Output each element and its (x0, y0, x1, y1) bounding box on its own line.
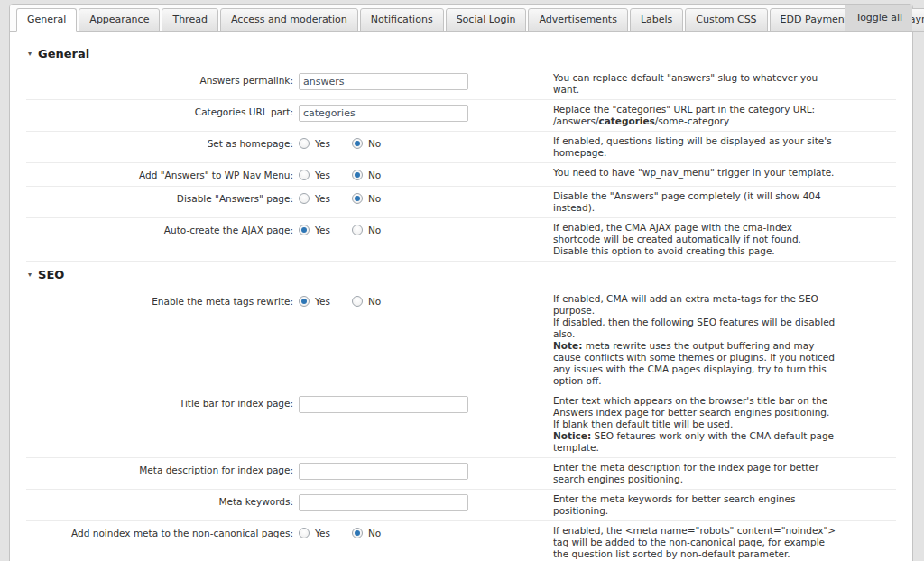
field-label: Set as homepage: (26, 135, 299, 150)
radio-icon[interactable] (299, 193, 310, 204)
radio-option-no[interactable]: No (352, 526, 381, 538)
radio-label: No (368, 296, 381, 307)
settings-row: Add noindex meta to the non-canonical pa… (26, 521, 896, 561)
settings-row: Set as homepage:YesNoIf enabled, questio… (26, 132, 896, 163)
collapse-arrow-icon: ▾ (28, 271, 32, 279)
meta-keywords-input[interactable] (299, 494, 468, 511)
field-control (299, 395, 553, 413)
tab-appearance[interactable]: Appearance (79, 8, 160, 32)
settings-row: Meta description for index page:Enter th… (26, 458, 896, 490)
tab-advertisements[interactable]: Advertisements (528, 8, 627, 32)
radio-icon[interactable] (352, 193, 363, 204)
description-text: If enabled, the <meta name="robots" cont… (553, 525, 836, 559)
radio-label: Yes (315, 296, 330, 307)
radio-icon[interactable] (299, 296, 310, 307)
description-text: categories (598, 115, 654, 126)
meta-description-for-index-page-input[interactable] (299, 463, 468, 480)
tab-labels[interactable]: Labels (630, 8, 683, 32)
field-label: Add noindex meta to the non-canonical pa… (26, 525, 299, 539)
field-control (299, 493, 553, 511)
collapse-arrow-icon: ▾ (28, 50, 32, 58)
description-text: Replace the "categories" URL part in the… (553, 104, 815, 115)
settings-row: Meta keywords:Enter the meta keywords fo… (26, 490, 896, 521)
description-text: /answers/ (553, 115, 598, 126)
field-label: Meta description for index page: (26, 462, 299, 476)
radio-icon[interactable] (352, 528, 363, 538)
field-description: Enter the meta keywords for better searc… (553, 493, 838, 517)
radio-icon[interactable] (299, 225, 310, 235)
radio-option-no[interactable]: No (352, 136, 381, 149)
settings-row: Auto-create the AJAX page:YesNoIf enable… (26, 218, 896, 262)
radio-label: No (368, 170, 381, 180)
radio-option-no[interactable]: No (352, 168, 381, 180)
description-text: meta rewrite uses the output buffering a… (553, 340, 835, 386)
radio-label: Yes (315, 528, 330, 538)
field-control: YesNo (299, 135, 553, 151)
section-title: SEO (38, 268, 64, 281)
field-label: Disable "Answers" page: (26, 190, 299, 205)
tab-access-and-moderation[interactable]: Access and moderation (220, 8, 358, 32)
section-header-seo[interactable]: ▾SEO (26, 262, 896, 290)
radio-option-yes[interactable]: Yes (299, 168, 330, 180)
description-text: If enabled, the CMA AJAX page with the c… (553, 222, 801, 256)
tab-social-login[interactable]: Social Login (446, 8, 527, 32)
description-text: You can replace default "answers" slug t… (553, 72, 818, 95)
radio-label: Yes (315, 193, 330, 204)
field-description: If enabled, questions listing will be di… (553, 135, 838, 159)
radio-icon[interactable] (299, 138, 310, 149)
field-label: Enable the meta tags rewrite: (26, 293, 299, 308)
field-control: YesNo (299, 222, 553, 237)
settings-row: Enable the meta tags rewrite:YesNoIf ena… (26, 290, 896, 391)
tab-custom-css[interactable]: Custom CSS (685, 8, 767, 32)
description-text: Notice: (553, 430, 591, 441)
field-label: Add "Answers" to WP Nav Menu: (26, 167, 299, 181)
radio-label: No (368, 193, 381, 204)
field-description: Enter text which appears on the browser'… (553, 395, 838, 454)
field-control: YesNo (299, 293, 553, 308)
tab-notifications[interactable]: Notifications (360, 8, 444, 32)
answers-permalink-input[interactable] (299, 73, 468, 90)
radio-label: No (368, 225, 381, 235)
radio-label: Yes (315, 138, 330, 149)
categories-url-part-input[interactable] (299, 105, 468, 122)
field-description: You need to have "wp_nav_menu" trigger i… (553, 167, 838, 179)
radio-option-yes[interactable]: Yes (299, 294, 330, 307)
description-text: SEO fetaures work only with the CMA defa… (553, 430, 834, 453)
field-label: Auto-create the AJAX page: (26, 222, 299, 236)
tab-general[interactable]: General (16, 8, 77, 32)
radio-option-no[interactable]: No (352, 223, 381, 235)
settings-row: Answers permalink:You can replace defaul… (26, 69, 896, 100)
radio-option-no[interactable]: No (352, 191, 381, 204)
settings-row: Categories URL part:Replace the "categor… (26, 100, 896, 132)
description-text: Enter the meta description for the index… (553, 462, 818, 484)
field-description: Replace the "categories" URL part in the… (553, 104, 838, 127)
tab-thread[interactable]: Thread (162, 8, 217, 32)
description-text: If disabled, then the following SEO feat… (553, 317, 835, 339)
radio-icon[interactable] (299, 528, 310, 538)
radio-label: No (368, 528, 381, 538)
radio-option-yes[interactable]: Yes (299, 136, 330, 149)
field-description: Enter the meta description for the index… (553, 462, 838, 485)
radio-option-yes[interactable]: Yes (299, 191, 330, 204)
toggle-all-button[interactable]: Toggle all (845, 5, 912, 32)
title-bar-for-index-page-input[interactable] (299, 396, 468, 413)
field-control: YesNo (299, 167, 553, 182)
description-text: If enabled, questions listing will be di… (553, 135, 832, 158)
radio-option-no[interactable]: No (352, 294, 381, 307)
description-text: Enter the meta keywords for better searc… (553, 493, 795, 516)
field-description: If enabled, the CMA AJAX page with the c… (553, 222, 838, 257)
radio-option-yes[interactable]: Yes (299, 223, 330, 235)
radio-option-yes[interactable]: Yes (299, 526, 330, 538)
radio-icon[interactable] (352, 138, 363, 149)
radio-icon[interactable] (299, 170, 310, 180)
field-description: You can replace default "answers" slug t… (553, 72, 838, 96)
field-label: Title bar for index page: (26, 395, 299, 409)
description-text: Enter text which appears on the browser'… (553, 395, 829, 429)
radio-icon[interactable] (352, 225, 363, 235)
radio-icon[interactable] (352, 170, 363, 180)
field-control (299, 72, 553, 90)
field-control: YesNo (299, 525, 553, 540)
section-header-general[interactable]: ▾General (26, 41, 896, 69)
radio-label: Yes (315, 225, 330, 235)
radio-icon[interactable] (352, 296, 363, 307)
